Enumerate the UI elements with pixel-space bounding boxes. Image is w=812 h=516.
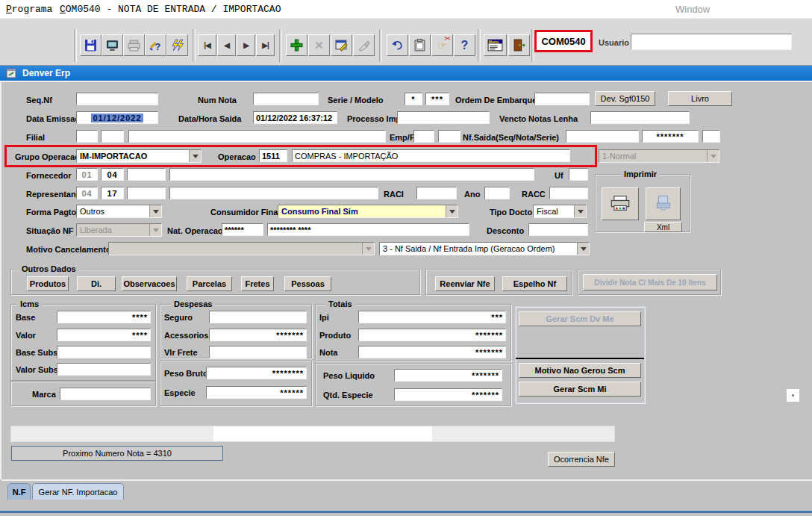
- filial-input-1[interactable]: [76, 130, 98, 143]
- screen-button[interactable]: [102, 34, 123, 56]
- save-button[interactable]: [80, 34, 102, 56]
- imprimir-button[interactable]: [602, 187, 639, 220]
- data-hora-saida-input[interactable]: 01/12/2022 16:37:12: [253, 111, 337, 124]
- serie-input[interactable]: *: [405, 93, 422, 105]
- parcelas-button[interactable]: Parcelas: [187, 276, 232, 291]
- fornecedor-cod-input[interactable]: [127, 168, 166, 181]
- vlr-frete-input[interactable]: [209, 346, 307, 358]
- observacoes-button[interactable]: Observacoes: [122, 276, 177, 291]
- ordem-embarque-input[interactable]: [534, 93, 590, 105]
- representante-nome-input[interactable]: [169, 187, 378, 199]
- cut-hand-button[interactable]: ☞ ✂: [431, 34, 453, 56]
- operacao-desc-input[interactable]: COMPRAS - IMPORTAÇÃO: [292, 149, 570, 162]
- nat-operacao-desc-input[interactable]: ******** ****: [267, 223, 469, 236]
- vencto-notas-lenha-input[interactable]: [590, 111, 690, 124]
- add-button[interactable]: [286, 34, 307, 56]
- icms-valor-subst-input[interactable]: [57, 363, 151, 376]
- processo-imp-input[interactable]: [397, 111, 490, 124]
- dropdown-arrow-icon[interactable]: [577, 243, 589, 255]
- representante-fil-input[interactable]: 17: [101, 187, 124, 199]
- nav-next-button[interactable]: ▶: [237, 34, 255, 56]
- modelo-input[interactable]: ***: [425, 93, 449, 105]
- nf-saida-entrada-combo[interactable]: 3 - Nf Saida / Nf Entrada Imp (Geracao O…: [379, 242, 590, 255]
- peso-liquido-input[interactable]: *******: [394, 369, 502, 382]
- exit-button[interactable]: [508, 34, 530, 56]
- usuario-input[interactable]: [631, 34, 792, 50]
- dropdown-arrow-icon[interactable]: [574, 205, 586, 217]
- espelho-nf-button[interactable]: Espelho Nf: [502, 276, 567, 291]
- produtos-button[interactable]: Produtos: [27, 276, 69, 291]
- seguro-input[interactable]: [209, 311, 307, 323]
- data-emissao-input[interactable]: 01/12/2022: [76, 111, 158, 124]
- nav-first-button[interactable]: |◀: [198, 34, 216, 56]
- delete-button[interactable]: ✕: [308, 34, 330, 56]
- ano-input[interactable]: [484, 187, 510, 199]
- fornecedor-emp-input[interactable]: 01: [76, 168, 98, 181]
- fornecedor-nome-input[interactable]: [169, 168, 534, 181]
- acessorios-input[interactable]: *******: [209, 329, 307, 341]
- imprimir-alt-button[interactable]: [646, 187, 681, 220]
- eraser-button[interactable]: [353, 34, 375, 56]
- tab-gerar-nf-importacao[interactable]: Gerar NF. Importacao: [32, 483, 124, 500]
- fil-input[interactable]: [438, 130, 460, 143]
- di-button[interactable]: Di.: [77, 276, 116, 291]
- grupo-operacao-combo[interactable]: IM-IMPORTACAO: [76, 149, 202, 163]
- fornecedor-fil-input[interactable]: 04: [101, 168, 124, 181]
- icms-base-subst-input[interactable]: [57, 346, 151, 358]
- forma-pagto-combo[interactable]: Outros: [76, 205, 162, 218]
- emp-input[interactable]: [413, 130, 434, 143]
- peso-bruto-input[interactable]: ********: [206, 367, 307, 379]
- seq-nf-input[interactable]: [76, 93, 158, 105]
- marca-input[interactable]: [60, 388, 151, 400]
- consumidor-final-combo[interactable]: Consumo Final Sim: [278, 205, 458, 218]
- xml-button[interactable]: Xml: [644, 222, 682, 232]
- wand-help-button[interactable]: ?: [145, 34, 166, 56]
- icms-valor-input[interactable]: ****: [57, 329, 151, 341]
- tab-nf[interactable]: N.F: [7, 483, 31, 500]
- livro-button[interactable]: Livro: [668, 91, 732, 106]
- paste-button[interactable]: [409, 34, 431, 56]
- mini-handle[interactable]: [787, 389, 799, 402]
- qtd-especie-input[interactable]: *******: [394, 388, 502, 401]
- operacao-code-input[interactable]: 1511: [259, 149, 287, 162]
- nat-operacao-cod-input[interactable]: ******: [222, 223, 263, 236]
- menu-programa[interactable]: Programa: [6, 4, 52, 15]
- dropdown-arrow-icon[interactable]: [446, 205, 457, 217]
- especie-input[interactable]: ******: [206, 386, 307, 399]
- uf-input[interactable]: [569, 168, 588, 181]
- print-button[interactable]: [123, 34, 145, 56]
- menu-button[interactable]: Menu: [484, 34, 507, 56]
- icms-base-input[interactable]: ****: [57, 311, 151, 323]
- lightning-button[interactable]: [166, 34, 188, 56]
- dropdown-arrow-icon[interactable]: [149, 205, 161, 217]
- tipo-nota-combo[interactable]: 1-Normal: [599, 149, 719, 163]
- dropdown-arrow-icon[interactable]: [189, 150, 201, 162]
- racc-input[interactable]: [549, 187, 588, 199]
- motivo-nao-gerou-scm-button[interactable]: Motivo Nao Gerou Scm: [519, 363, 641, 378]
- ocorrencia-nfe-button[interactable]: Ocorrencia Nfe: [548, 452, 615, 467]
- tipo-docto-combo[interactable]: Fiscal: [533, 205, 587, 218]
- nf-saida-seq-input[interactable]: [566, 130, 639, 143]
- ipi-input[interactable]: ***: [358, 311, 506, 323]
- filial-input-2[interactable]: [101, 130, 124, 143]
- nav-last-button[interactable]: ▶|: [256, 34, 275, 56]
- menu-window[interactable]: Window: [675, 4, 710, 15]
- num-nota-input[interactable]: [253, 93, 319, 105]
- produto-input[interactable]: *******: [358, 329, 506, 341]
- representante-emp-input[interactable]: 04: [76, 187, 98, 199]
- pessoas-button[interactable]: Pessoas: [284, 276, 331, 291]
- edit-button[interactable]: [331, 34, 352, 56]
- nav-prev-button[interactable]: ◀: [217, 34, 236, 56]
- gerar-scm-mi-button[interactable]: Gerar Scm Mi: [519, 382, 641, 397]
- proximo-numero-button[interactable]: Proximo Numero Nota = 4310: [11, 446, 223, 461]
- nf-saida-nota-input[interactable]: *******: [642, 130, 699, 143]
- desconto-input[interactable]: [528, 223, 588, 236]
- help-button[interactable]: ?: [454, 34, 475, 56]
- undo-button[interactable]: [387, 34, 408, 56]
- nota-input[interactable]: *******: [358, 346, 506, 358]
- fretes-button[interactable]: Fretes: [241, 276, 274, 291]
- dev-sgf0150-button[interactable]: Dev. Sgf0150: [595, 91, 655, 106]
- representante-cod-input[interactable]: [127, 187, 166, 199]
- raci-input[interactable]: [416, 187, 457, 199]
- nf-saida-serie-input[interactable]: [702, 130, 720, 143]
